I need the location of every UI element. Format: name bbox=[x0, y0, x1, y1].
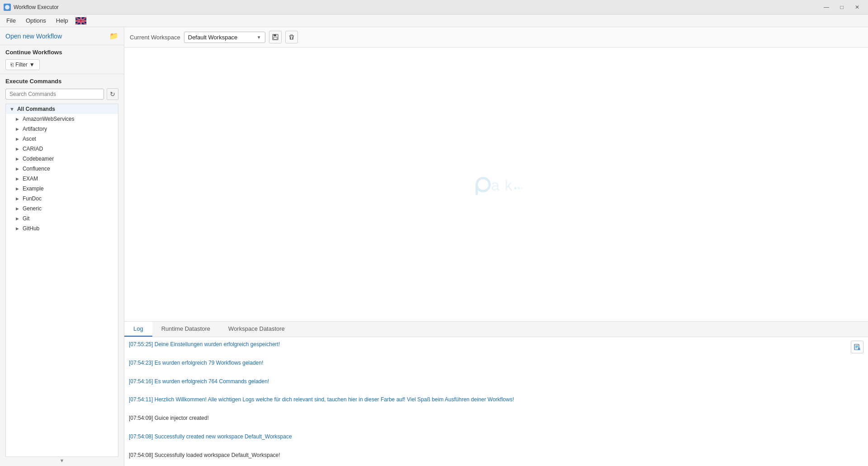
expand-icon: ► bbox=[15, 156, 20, 162]
svg-point-5 bbox=[476, 178, 490, 191]
expand-icon: ► bbox=[15, 136, 20, 142]
menu-options[interactable]: Options bbox=[21, 15, 51, 26]
close-button[interactable]: ✕ bbox=[850, 3, 864, 12]
tabs-row: Log Runtime Datastore Workspace Datastor… bbox=[124, 322, 868, 337]
title-bar-left: Workflow Executor bbox=[4, 4, 59, 11]
app-title: Workflow Executor bbox=[14, 4, 59, 10]
filter-icon: ⎗ bbox=[10, 62, 14, 68]
collapse-icon: ▼ bbox=[9, 106, 14, 112]
refresh-icon: ↻ bbox=[110, 90, 115, 98]
tab-runtime-datastore[interactable]: Runtime Datastore bbox=[152, 322, 219, 337]
command-item-Generic[interactable]: ► Generic bbox=[6, 204, 118, 214]
log-entry-7: [07:54:08] Successfully loaded workspace… bbox=[129, 451, 863, 460]
window-controls: — □ ✕ bbox=[819, 3, 864, 12]
filter-dropdown-icon: ▼ bbox=[29, 62, 35, 68]
log-entry-2: [07:54:23] Es wurden erfolgreich 79 Work… bbox=[129, 358, 863, 367]
log-entry-4: [07:54:11] Herzlich Willkommen! Alle wic… bbox=[129, 395, 863, 404]
scroll-down-area: ▼ bbox=[5, 457, 118, 464]
log-entry-3: [07:54:16] Es wurden erfolgreich 764 Com… bbox=[129, 377, 863, 386]
workspace-name: Default Workspace bbox=[188, 34, 255, 41]
expand-icon: ► bbox=[15, 216, 20, 221]
refresh-commands-button[interactable]: ↻ bbox=[107, 88, 118, 100]
app-icon bbox=[4, 4, 11, 11]
svg-rect-3 bbox=[274, 34, 276, 36]
trash-icon bbox=[288, 34, 295, 40]
command-item-CARIAD[interactable]: ► CARIAD bbox=[6, 144, 118, 154]
toolbar: Current Workspace Default Workspace ▼ bbox=[124, 27, 868, 48]
log-search-button[interactable] bbox=[851, 341, 863, 353]
expand-icon: ► bbox=[15, 186, 20, 191]
command-item-Confluence[interactable]: ► Confluence bbox=[6, 164, 118, 174]
current-workspace-label: Current Workspace bbox=[130, 34, 180, 41]
tab-log[interactable]: Log bbox=[124, 322, 152, 337]
expand-icon: ► bbox=[15, 116, 20, 122]
expand-icon: ► bbox=[15, 146, 20, 152]
expand-icon: ► bbox=[15, 196, 20, 201]
title-bar: Workflow Executor — □ ✕ bbox=[0, 0, 868, 14]
open-workflow-label: Open new Workflow bbox=[5, 33, 62, 40]
command-item-Ascet[interactable]: ► Ascet bbox=[6, 134, 118, 144]
expand-icon: ► bbox=[15, 126, 20, 132]
expand-icon: ► bbox=[15, 176, 20, 181]
log-entry-6: [07:54:08] Successfully created new work… bbox=[129, 432, 863, 441]
svg-text:a: a bbox=[491, 176, 500, 194]
content-area: Current Workspace Default Workspace ▼ bbox=[124, 27, 868, 466]
command-item-Git[interactable]: ► Git bbox=[6, 214, 118, 223]
save-workspace-button[interactable] bbox=[269, 31, 282, 43]
delete-workspace-button[interactable] bbox=[285, 31, 298, 43]
command-item-AmazonWebServices[interactable]: ► AmazonWebServices bbox=[6, 114, 118, 124]
expand-icon: ► bbox=[15, 166, 20, 171]
command-item-Artifactory[interactable]: ► Artifactory bbox=[6, 124, 118, 134]
execute-commands-title: Execute Commands bbox=[5, 78, 118, 85]
search-commands-input[interactable] bbox=[5, 89, 104, 100]
svg-text:k: k bbox=[505, 176, 512, 194]
svg-point-0 bbox=[5, 5, 9, 10]
svg-point-9 bbox=[514, 187, 516, 189]
maximize-button[interactable]: □ bbox=[835, 3, 849, 12]
command-item-Example[interactable]: ► Example bbox=[6, 184, 118, 194]
scroll-down-button[interactable]: ▼ bbox=[60, 458, 65, 463]
command-item-Codebeamer[interactable]: ► Codebeamer bbox=[6, 154, 118, 164]
workspace-select[interactable]: Default Workspace ▼ bbox=[184, 32, 265, 43]
tab-workspace-datastore[interactable]: Workspace Datastore bbox=[219, 322, 294, 337]
command-item-FunDoc[interactable]: ► FunDoc bbox=[6, 194, 118, 204]
expand-icon: ► bbox=[15, 226, 20, 231]
log-search-icon bbox=[854, 344, 860, 350]
svg-point-11 bbox=[520, 187, 523, 189]
continue-workflows-section: Continue Workflows ⎗ Filter ▼ bbox=[0, 45, 124, 74]
sidebar: Open new Workflow 📁 Continue Workflows ⎗… bbox=[0, 27, 124, 466]
folder-icon: 📁 bbox=[109, 32, 118, 40]
menu-file[interactable]: File bbox=[2, 15, 20, 26]
command-item-EXAM[interactable]: ► EXAM bbox=[6, 174, 118, 184]
all-commands-item[interactable]: ▼ All Commands bbox=[6, 104, 118, 114]
all-commands-label: All Commands bbox=[17, 106, 55, 112]
main-layout: Open new Workflow 📁 Continue Workflows ⎗… bbox=[0, 27, 868, 466]
command-item-GitHub[interactable]: ► GitHub bbox=[6, 223, 118, 233]
minimize-button[interactable]: — bbox=[819, 3, 834, 12]
menu-help[interactable]: Help bbox=[52, 15, 73, 26]
log-entry-1: [07:55:25] Deine Einstellungen wurden er… bbox=[129, 340, 863, 349]
menu-bar: File Options Help bbox=[0, 14, 868, 27]
execute-commands-section: Execute Commands ↻ ▼ All Commands ► Amaz… bbox=[0, 74, 124, 466]
svg-point-10 bbox=[517, 187, 519, 189]
bottom-panel: Log Runtime Datastore Workspace Datastor… bbox=[124, 321, 868, 466]
continue-workflows-title: Continue Workflows bbox=[5, 49, 118, 56]
log-entry-5: [07:54:09] Guice injector created! bbox=[129, 414, 863, 423]
open-workflow-button[interactable]: Open new Workflow 📁 bbox=[0, 27, 124, 45]
filter-label: Filter bbox=[15, 62, 28, 68]
workflow-canvas[interactable]: a k bbox=[124, 48, 868, 321]
commands-tree: ▼ All Commands ► AmazonWebServices ► Art… bbox=[5, 104, 118, 457]
svg-line-17 bbox=[859, 349, 860, 350]
workspace-dropdown-arrow: ▼ bbox=[257, 35, 261, 40]
log-content: [07:55:25] Deine Einstellungen wurden er… bbox=[124, 337, 868, 466]
logo-watermark: a k bbox=[467, 166, 526, 203]
save-icon bbox=[272, 34, 278, 40]
filter-button[interactable]: ⎗ Filter ▼ bbox=[5, 59, 40, 70]
language-flag[interactable] bbox=[75, 17, 86, 24]
expand-icon: ► bbox=[15, 206, 20, 211]
svg-rect-4 bbox=[274, 37, 277, 39]
search-row: ↻ bbox=[5, 88, 118, 100]
